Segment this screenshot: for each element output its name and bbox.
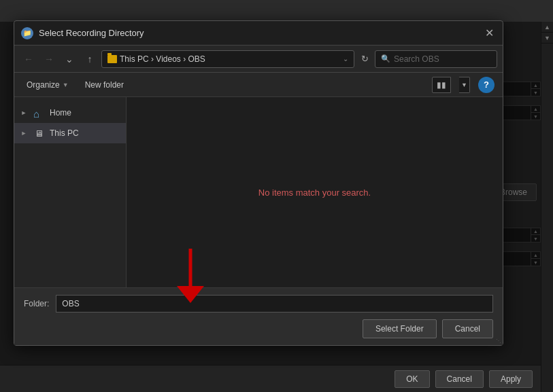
folder-row: Folder:	[24, 295, 493, 313]
refresh-button[interactable]: ↻	[357, 52, 372, 67]
nav-bar: ← → ⌄ ↑ This PC › Videos › OBS ⌄ ↻ 🔍	[14, 46, 503, 73]
view-chevron-icon[interactable]: ▼	[459, 77, 470, 93]
dialog-titlebar: 📁 Select Recording Directory ✕	[14, 21, 503, 46]
dialog-title: Select Recording Directory	[39, 28, 477, 38]
expand-button[interactable]: ⌄	[61, 50, 78, 68]
ok-button[interactable]: OK	[395, 370, 429, 388]
select-recording-directory-dialog: 📁 Select Recording Directory ✕ ← → ⌄ ↑ T…	[14, 20, 503, 346]
resize-dots-icon: ⋱	[496, 338, 501, 344]
breadcrumb-chevron-icon[interactable]: ⌄	[343, 55, 348, 63]
pc-icon	[33, 128, 44, 138]
right-scrollbar: ▲ ▼	[541, 22, 553, 392]
new-folder-button[interactable]: New folder	[81, 77, 128, 92]
search-input[interactable]	[394, 54, 491, 64]
search-icon: 🔍	[381, 54, 390, 63]
view-button[interactable]: ▮▮	[432, 77, 451, 93]
sidebar-item-this-pc[interactable]: ► This PC	[14, 123, 126, 143]
apply-button[interactable]: Apply	[489, 370, 533, 388]
dialog-bottom: Folder: Select Folder Cancel	[14, 287, 503, 345]
new-folder-label: New folder	[85, 80, 124, 90]
home-icon	[33, 108, 44, 118]
organize-button[interactable]: Organize ▼	[22, 77, 73, 92]
forward-button[interactable]: →	[40, 50, 58, 68]
cancel-button[interactable]: Cancel	[435, 370, 484, 388]
file-area: No items match your search.	[127, 97, 503, 287]
breadcrumb-folder-icon	[107, 55, 117, 63]
sidebar-item-home[interactable]: ► Home	[14, 103, 126, 123]
up-button[interactable]: ↑	[81, 50, 99, 68]
home-expand-icon: ►	[20, 109, 28, 117]
pc-expand-icon: ►	[20, 129, 28, 137]
folder-label: Folder:	[24, 299, 49, 308]
content-area: ► Home ► This PC No items match your sea…	[14, 97, 503, 287]
resize-grip[interactable]: ⋱	[493, 336, 503, 345]
scroll-up-arrow[interactable]: ▲	[541, 22, 554, 33]
toolbar: Organize ▼ New folder ▮▮ ▼ ?	[14, 73, 503, 97]
breadcrumb-path: This PC › Videos › OBS	[120, 54, 340, 64]
scroll-down-arrow[interactable]: ▼	[541, 33, 554, 43]
select-folder-button[interactable]: Select Folder	[363, 319, 437, 338]
bottom-bar: OK Cancel Apply	[0, 365, 541, 392]
dialog-title-icon: 📁	[21, 27, 33, 39]
sidebar-pc-label: This PC	[50, 128, 79, 138]
sidebar-home-label: Home	[50, 108, 71, 118]
folder-input[interactable]	[56, 295, 493, 313]
organize-label: Organize	[27, 80, 60, 90]
back-button[interactable]: ←	[20, 50, 37, 68]
no-items-message: No items match your search.	[258, 188, 371, 198]
sidebar: ► Home ► This PC	[14, 97, 127, 287]
breadcrumb-bar: This PC › Videos › OBS ⌄	[101, 50, 354, 68]
help-button[interactable]: ?	[478, 77, 495, 93]
search-box: 🔍	[375, 50, 497, 68]
dialog-close-button[interactable]: ✕	[482, 26, 496, 40]
dialog-buttons: Select Folder Cancel	[24, 319, 493, 338]
cancel-dialog-button[interactable]: Cancel	[442, 319, 493, 338]
organize-chevron-icon: ▼	[63, 82, 69, 88]
